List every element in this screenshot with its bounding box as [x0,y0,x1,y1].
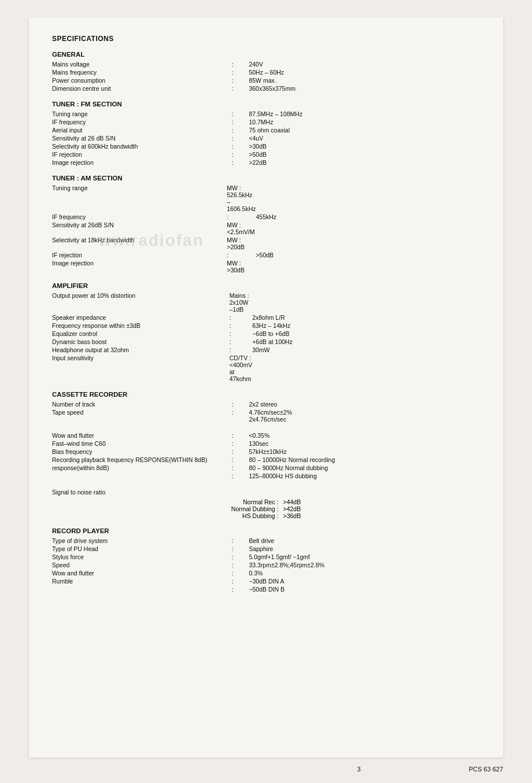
table-row [52,423,480,431]
colon: : [232,456,249,464]
value: −6dB to +6dB [252,330,480,338]
value: >50dB [256,251,480,259]
table-row: Selectivity at 18kHz bandwidth MW : >20d… [52,236,480,251]
value: 455kHz [256,213,480,221]
colon: : [230,313,252,322]
value: 87.5MHz – 108MHz [249,110,480,118]
colon: : [232,84,249,93]
colon: : [230,330,252,338]
colon: : [232,158,249,167]
table-row: response(within 8dB) : 80 – 9000Hz Norma… [52,464,480,472]
value: Sapphire [249,545,480,553]
label: Image rejection [52,158,232,167]
label: Equalizer control [52,330,230,338]
value: 80 – 9000Hz Normal dubbing [249,464,480,472]
table-row: Output power at 10% distortion Mains : 2… [52,291,480,313]
table-row: Stylus force : 5.0gmf+1.5gmf/ −1gmf [52,553,480,561]
label: Sensitivity at 26dB S/N [52,221,227,236]
value: 125–8000Hz HS dubbing [249,472,480,480]
colon: : [232,76,249,84]
label: Sensitivity at 26 dB S/N [52,134,232,142]
snr-value: >42dB [281,505,301,512]
value: −50dB DIN B [249,585,480,593]
snr-row: HS Dubbing : >36dB [231,512,301,519]
tuner-am-table: Tuning range MW : 526.5kHz – 1606.5kHz I… [52,184,480,274]
label: IF rejection [52,251,227,259]
table-row: Type of PU Head : Sapphire [52,545,480,553]
label: Mains frequency [52,68,232,76]
value: +6dB at 100Hz [252,338,480,346]
colon: : [232,585,249,593]
colon: Mains : 2x10W –1dB [230,291,252,313]
value: >22dB [249,158,480,167]
snr-row: Normal Dubbing : >42dB [231,505,301,512]
table-row: Tape speed : 4.76cm/sec±2%2x4.76cm/sec [52,408,480,423]
label: response(within 8dB) [52,464,232,472]
colon: : [232,142,249,150]
label: Wow and flutter [52,431,232,439]
label: Selectivity at 600kHz bandwidth [52,142,232,150]
table-row: Selectivity at 600kHz bandwidth : >30dB [52,142,480,150]
colon: : [230,346,252,354]
table-row: Mains voltage : 240V [52,60,480,68]
label [52,423,232,431]
table-row: Equalizer control : −6dB to +6dB [52,330,480,338]
amplifier-table: Output power at 10% distortion Mains : 2… [52,291,480,383]
table-row: Number of track : 2x2 stereo [52,400,480,408]
colon: : [232,134,249,142]
label: Recording playback frequency RESPONSE(WI… [52,456,232,464]
page: SPECIFICATIONS GENERAL Mains voltage : 2… [0,0,532,783]
colon: : [230,322,252,330]
value: 130sec [249,439,480,448]
colon: : [232,126,249,134]
snr-value: >36dB [281,512,301,519]
label: Frequency response within ±3dB [52,322,230,330]
table-row: : 125–8000Hz HS dubbing [52,472,480,480]
table-row: : −50dB DIN B [52,585,480,593]
snr-label: HS Dubbing : [231,512,281,519]
label: Wow and flutter [52,569,232,577]
table-row: Sensitivity at 26 dB S/N : <4uV [52,134,480,142]
colon: MW : >20dB [227,236,256,251]
value: 2x2 stereo [249,400,480,408]
value [256,184,480,213]
label [52,472,232,480]
colon: : [232,150,249,158]
value: <4uV [249,134,480,142]
label: Type of PU Head [52,545,232,553]
value [256,259,480,274]
table-row: Speaker impedance : 2x8ohm L/R [52,313,480,322]
table-row: Aerial input : 75 ohm coaxial [52,126,480,134]
colon: : [232,545,249,553]
snr-label: Normal Rec : [231,498,281,505]
value: 30mW [252,346,480,354]
label: Rumble [52,577,232,585]
label: IF frequency [52,213,227,221]
snr-value: >44dB [281,498,301,505]
value: 2x8ohm L/R [252,313,480,322]
snr-row: Normal Rec : >44dB [231,498,301,505]
table-row: Signal to noise ratio [52,488,480,496]
colon [232,423,249,431]
value: >50dB [249,150,480,158]
colon [232,488,249,496]
colon: : [232,60,249,68]
colon: MW : 526.5kHz – 1606.5kHz [227,184,256,213]
table-row: Recording playback frequency RESPONSE(WI… [52,456,480,464]
table-row: IF frequency : 10.7MHz [52,118,480,126]
footer-code: PCS 63 627 [469,766,503,773]
value: <0.35% [249,431,480,439]
value [249,480,480,488]
colon: : [230,338,252,346]
section-tuner-fm-title: TUNER : FM SECTION [52,101,480,108]
label [52,480,232,488]
colon: : [232,472,249,480]
cassette-table: Number of track : 2x2 stereo Tape speed … [52,400,480,496]
value [252,291,480,313]
value: 33.3rpm±2.8%;45rpm±2.8% [249,561,480,569]
label: Tuning range [52,184,227,213]
label: Aerial input [52,126,232,134]
table-row: Dimension centre unit : 360x365x375mm [52,84,480,93]
value: 360x365x375mm [249,84,480,93]
colon: MW : <2.5mV/M [227,221,256,236]
